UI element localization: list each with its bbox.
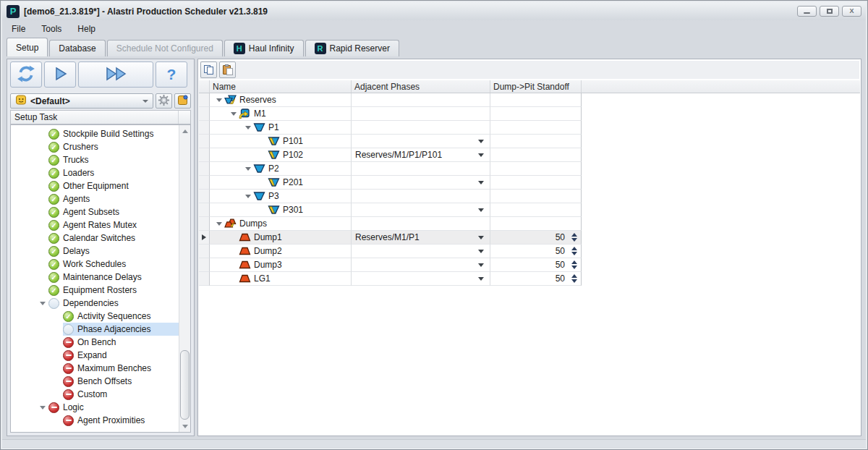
spin-up-icon[interactable] xyxy=(571,247,577,250)
name-cell[interactable]: Dump1 xyxy=(210,231,352,245)
adjacent-phases-cell[interactable] xyxy=(352,245,490,258)
sidebar-item-other-equipment[interactable]: ✓Other Equipment xyxy=(11,179,179,192)
dropdown-arrow-icon[interactable] xyxy=(478,250,484,253)
sidebar-item-equipment-rosters[interactable]: ✓Equipment Rosters xyxy=(11,284,179,297)
paste-button[interactable] xyxy=(219,61,236,78)
spin-down-icon[interactable] xyxy=(571,266,577,269)
row-header-cell[interactable] xyxy=(199,148,210,162)
expander-icon[interactable] xyxy=(216,222,222,226)
row-header-cell[interactable] xyxy=(199,272,210,286)
name-cell[interactable]: LG1 xyxy=(210,272,352,286)
standoff-cell[interactable]: 50 xyxy=(490,231,582,245)
adjacent-phases-cell[interactable] xyxy=(352,258,490,272)
column-header-adjacent-phases[interactable]: Adjacent Phases xyxy=(352,80,490,93)
dropdown-arrow-icon[interactable] xyxy=(478,236,484,239)
spinner-control[interactable] xyxy=(570,273,579,284)
name-cell[interactable]: P1 xyxy=(210,121,352,135)
tab-setup[interactable]: Setup xyxy=(7,38,48,56)
row-header-cell[interactable] xyxy=(199,231,210,245)
notes-button[interactable] xyxy=(174,93,191,109)
row-header-cell[interactable] xyxy=(199,217,210,231)
spinner-control[interactable] xyxy=(570,246,579,256)
scroll-down-icon[interactable] xyxy=(179,420,190,432)
adjacent-phases-cell[interactable] xyxy=(352,203,490,217)
expander-icon[interactable] xyxy=(245,195,251,198)
adjacent-phases-cell[interactable] xyxy=(352,176,490,190)
name-cell[interactable]: M1 xyxy=(210,107,352,121)
dropdown-arrow-icon[interactable] xyxy=(478,181,484,184)
dropdown-arrow-icon[interactable] xyxy=(478,208,484,212)
sidebar-item-dependencies[interactable]: Dependencies xyxy=(11,297,179,310)
spin-up-icon[interactable] xyxy=(571,260,577,264)
name-cell[interactable]: P301 xyxy=(210,203,352,217)
dropdown-arrow-icon[interactable] xyxy=(478,140,484,143)
sidebar-item-bench-offsets[interactable]: Bench Offsets xyxy=(11,375,179,388)
sidebar-item-crushers[interactable]: ✓Crushers xyxy=(11,140,179,153)
scrollbar-thumb[interactable] xyxy=(180,350,190,420)
tab-haul-infinity[interactable]: HHaul Infinity xyxy=(224,40,304,56)
sidebar-item-agent-rates-mutex[interactable]: ✓Agent Rates Mutex xyxy=(11,218,179,232)
sidebar-item-custom[interactable]: Custom xyxy=(11,388,179,401)
standoff-cell[interactable]: 50 xyxy=(490,272,582,286)
row-header-cell[interactable] xyxy=(199,135,210,148)
adjacent-phases-cell[interactable]: Reserves/M1/P1 xyxy=(352,231,490,245)
sidebar-item-agents[interactable]: ✓Agents xyxy=(11,192,179,205)
expander-icon[interactable] xyxy=(231,112,237,116)
row-header-cell[interactable] xyxy=(199,190,210,203)
spinner-control[interactable] xyxy=(570,260,579,270)
sidebar-item-trucks[interactable]: ✓Trucks xyxy=(11,153,179,166)
sidebar-item-maintenance-delays[interactable]: ✓Maintenance Delays xyxy=(11,271,179,284)
title-bar[interactable]: P [demo6_21.3.819*] - Alastri Production… xyxy=(2,2,866,20)
tree-scrollbar[interactable] xyxy=(179,125,190,432)
expander-icon[interactable] xyxy=(40,302,46,305)
sidebar-item-stockpile-build-settings[interactable]: ✓Stockpile Build Settings xyxy=(11,127,179,140)
maximize-button[interactable] xyxy=(820,6,839,17)
sidebar-item-loaders[interactable]: ✓Loaders xyxy=(11,166,179,179)
spin-down-icon[interactable] xyxy=(571,238,577,242)
sidebar-item-phase-adjacencies[interactable]: Phase Adjacencies xyxy=(11,323,179,336)
profile-dropdown[interactable]: <Default> xyxy=(10,93,153,109)
name-cell[interactable]: Reserves xyxy=(210,93,352,107)
close-button[interactable]: X xyxy=(842,6,861,17)
spin-down-icon[interactable] xyxy=(571,252,577,255)
dropdown-arrow-icon[interactable] xyxy=(478,277,484,281)
adjacent-phases-cell[interactable] xyxy=(352,272,490,286)
sidebar-item-agent-subsets[interactable]: ✓Agent Subsets xyxy=(11,205,179,218)
standoff-cell[interactable]: 50 xyxy=(490,245,582,258)
sidebar-item-work-schedules[interactable]: ✓Work Schedules xyxy=(11,258,179,271)
spin-down-icon[interactable] xyxy=(571,279,577,283)
fast-forward-button[interactable] xyxy=(78,61,153,88)
expander-icon[interactable] xyxy=(40,406,46,409)
expander-icon[interactable] xyxy=(245,126,251,130)
name-cell[interactable]: P101 xyxy=(210,135,352,148)
row-header-cell[interactable] xyxy=(199,258,210,272)
row-header-cell[interactable] xyxy=(199,121,210,135)
row-header-cell[interactable] xyxy=(199,203,210,217)
row-header-cell[interactable] xyxy=(199,162,210,176)
sidebar-item-logic[interactable]: Logic xyxy=(11,401,179,414)
spin-up-icon[interactable] xyxy=(571,233,577,237)
menu-tools[interactable]: Tools xyxy=(33,22,69,36)
sync-button[interactable] xyxy=(10,61,42,88)
copy-button[interactable] xyxy=(200,61,217,78)
row-header-cell[interactable] xyxy=(199,245,210,258)
sidebar-item-delays[interactable]: ✓Delays xyxy=(11,245,179,258)
expander-icon[interactable] xyxy=(216,98,222,102)
spin-up-icon[interactable] xyxy=(571,274,577,278)
sidebar-item-on-bench[interactable]: On Bench xyxy=(11,336,179,349)
minimize-button[interactable] xyxy=(797,6,817,17)
column-header-standoff[interactable]: Dump->Pit Standoff xyxy=(490,80,582,93)
sidebar-item-agent-proximities[interactable]: Agent Proximities xyxy=(11,414,179,427)
settings-button[interactable] xyxy=(156,93,172,109)
row-header-cell[interactable] xyxy=(199,176,210,190)
menu-file[interactable]: File xyxy=(4,22,33,36)
name-cell[interactable]: P3 xyxy=(210,190,352,203)
name-cell[interactable]: P201 xyxy=(210,176,352,190)
expander-icon[interactable] xyxy=(245,167,251,171)
tab-database[interactable]: Database xyxy=(49,40,105,56)
standoff-cell[interactable]: 50 xyxy=(490,258,582,272)
adjacent-phases-cell[interactable]: Reserves/M1/P1/P101 xyxy=(352,148,490,162)
menu-help[interactable]: Help xyxy=(69,22,103,36)
dropdown-arrow-icon[interactable] xyxy=(478,263,484,267)
sidebar-item-expand[interactable]: Expand xyxy=(11,349,179,362)
